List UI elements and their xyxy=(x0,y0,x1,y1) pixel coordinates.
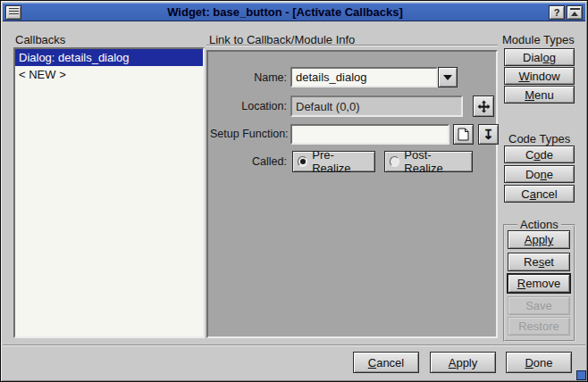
module-menu-button[interactable]: Menu xyxy=(504,86,575,104)
radio-icon xyxy=(390,156,399,167)
radio-post-realize[interactable]: Post-Realize xyxy=(384,151,473,172)
code-cancel-button[interactable]: Cancel xyxy=(504,185,575,203)
action-restore-button[interactable]: Restore xyxy=(508,317,570,336)
radio-icon xyxy=(298,156,307,167)
window-menu-icon xyxy=(9,8,19,16)
callback-info-panel: Name: details_dialog Location: Default (… xyxy=(206,50,498,338)
shade-icon xyxy=(570,8,580,16)
apply-button[interactable]: Apply xyxy=(430,352,496,373)
callbacks-listbox[interactable]: Dialog: details_dialog < NEW > xyxy=(13,47,205,338)
callbacks-label: Callbacks xyxy=(15,33,65,46)
name-combobox[interactable]: details_dialog xyxy=(290,67,438,87)
name-label: Name: xyxy=(210,71,287,84)
location-move-button[interactable] xyxy=(473,96,494,117)
new-document-icon xyxy=(458,128,469,141)
window-menu-button[interactable] xyxy=(5,5,21,20)
bottom-separator xyxy=(3,345,585,346)
list-item[interactable]: Dialog: details_dialog xyxy=(15,49,203,66)
location-label: Location: xyxy=(210,100,287,112)
help-button[interactable]: ? xyxy=(549,5,565,20)
radio-label: Post-Realize xyxy=(404,148,466,175)
shade-button[interactable] xyxy=(567,5,583,20)
radio-label: Pre-Realize xyxy=(312,148,368,175)
chevron-down-icon xyxy=(443,75,452,80)
radio-pre-realize[interactable]: Pre-Realize xyxy=(292,151,375,172)
location-field[interactable]: Default (0,0) xyxy=(290,96,463,117)
setup-paste-button[interactable]: ↧ xyxy=(478,124,499,145)
window-title: Widget: base_button - [Activate Callback… xyxy=(22,5,548,19)
action-remove-button[interactable]: Remove xyxy=(508,274,570,293)
called-label: Called: xyxy=(210,155,287,168)
setup-function-input[interactable] xyxy=(290,124,449,145)
action-save-button[interactable]: Save xyxy=(508,296,570,315)
done-button[interactable]: Done xyxy=(506,352,572,373)
app-window: Widget: base_button - [Activate Callback… xyxy=(0,0,588,382)
move-icon xyxy=(477,100,491,113)
code-code-button[interactable]: Code xyxy=(504,145,575,163)
module-types-label: Module Types xyxy=(502,33,575,46)
module-window-button[interactable]: Window xyxy=(504,67,575,85)
action-apply-button[interactable]: Apply xyxy=(508,230,570,249)
setup-function-label: Setup Function: xyxy=(210,128,287,140)
code-types-label: Code Types xyxy=(508,132,570,145)
down-arrow-from-bar-icon: ↧ xyxy=(483,127,494,143)
titlebar: Widget: base_button - [Activate Callback… xyxy=(3,3,585,21)
list-item[interactable]: < NEW > xyxy=(15,66,203,83)
action-reset-button[interactable]: Reset xyxy=(508,253,570,271)
setup-new-button[interactable] xyxy=(453,124,474,145)
section-separator xyxy=(206,45,498,46)
code-done-button[interactable]: Done xyxy=(504,165,575,183)
cancel-button[interactable]: Cancel xyxy=(353,352,419,373)
module-dialog-button[interactable]: Dialog xyxy=(504,48,575,66)
resize-corner[interactable] xyxy=(576,370,586,380)
name-dropdown-button[interactable] xyxy=(438,67,458,87)
actions-label: Actions xyxy=(517,218,561,231)
